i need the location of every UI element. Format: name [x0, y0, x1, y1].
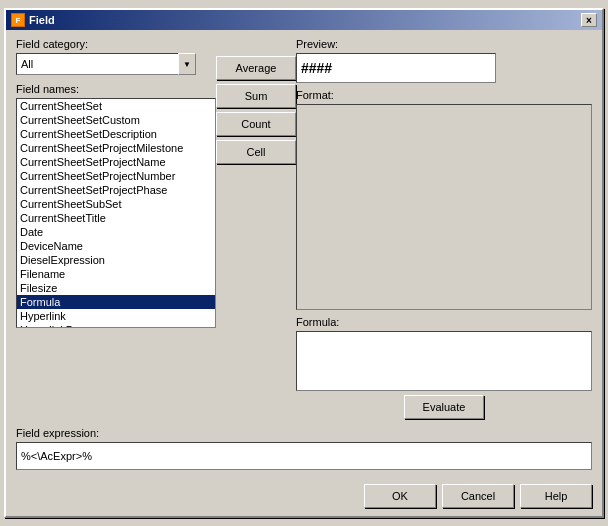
format-label: Format: [296, 89, 592, 101]
help-button[interactable]: Help [520, 484, 592, 508]
preview-value: #### [301, 60, 332, 76]
list-item[interactable]: Date [17, 225, 215, 239]
list-item[interactable]: CurrentSheetSetCustom [17, 113, 215, 127]
preview-label: Preview: [296, 38, 592, 50]
list-item[interactable]: Hyperlink [17, 309, 215, 323]
field-expression-section: Field expression: %<\AcExpr>% [16, 427, 592, 470]
formula-textarea[interactable] [296, 331, 592, 391]
list-item[interactable]: CurrentSheetSetProjectPhase [17, 183, 215, 197]
field-category-dropdown-container: All ▼ [16, 53, 196, 75]
title-bar: F Field × [6, 10, 602, 30]
list-item[interactable]: CurrentSheetSetProjectName [17, 155, 215, 169]
list-item[interactable]: Filesize [17, 281, 215, 295]
count-button[interactable]: Count [216, 112, 296, 136]
field-names-label: Field names: [16, 83, 216, 95]
field-category-label: Field category: [16, 38, 216, 50]
average-button[interactable]: Average [216, 56, 296, 80]
window-title: Field [29, 14, 55, 26]
list-item[interactable]: DeviceName [17, 239, 215, 253]
list-item[interactable]: HyperlinkBase [17, 323, 215, 328]
preview-box: #### [296, 53, 496, 83]
list-item[interactable]: DieselExpression [17, 253, 215, 267]
close-button[interactable]: × [581, 13, 597, 27]
bottom-buttons: OK Cancel Help [6, 478, 602, 516]
list-item[interactable]: CurrentSheetSet [17, 99, 215, 113]
list-item[interactable]: CurrentSheetSetProjectNumber [17, 169, 215, 183]
title-bar-left: F Field [11, 13, 55, 27]
sum-button[interactable]: Sum [216, 84, 296, 108]
list-item[interactable]: CurrentSheetTitle [17, 211, 215, 225]
dropdown-arrow-icon[interactable]: ▼ [178, 53, 196, 75]
formula-label: Formula: [296, 316, 592, 328]
expression-value: %<\AcExpr>% [21, 450, 92, 462]
function-buttons-panel: Average Sum Count Cell [216, 38, 296, 423]
field-names-listbox[interactable]: CurrentSheetSetCurrentSheetSetCustomCurr… [16, 98, 216, 328]
field-dialog: F Field × Field category: All ▼ Field na… [4, 8, 604, 518]
field-expression-label: Field expression: [16, 427, 592, 439]
listbox-container: CurrentSheetSetCurrentSheetSetCustomCurr… [16, 98, 216, 423]
list-item[interactable]: CurrentSheetSubSet [17, 197, 215, 211]
ok-button[interactable]: OK [364, 484, 436, 508]
field-category-dropdown[interactable]: All [16, 53, 196, 75]
format-box[interactable] [296, 104, 592, 310]
cell-button[interactable]: Cell [216, 140, 296, 164]
main-area: Field category: All ▼ Field names: Curre… [16, 38, 592, 423]
left-panel: Field category: All ▼ Field names: Curre… [16, 38, 216, 423]
cancel-button[interactable]: Cancel [442, 484, 514, 508]
list-item[interactable]: Formula [17, 295, 215, 309]
expression-box: %<\AcExpr>% [16, 442, 592, 470]
list-item[interactable]: CurrentSheetSetProjectMilestone [17, 141, 215, 155]
right-panel: Preview: #### Format: Formula: Evaluate [296, 38, 592, 423]
dialog-content: Field category: All ▼ Field names: Curre… [6, 30, 602, 478]
title-icon: F [11, 13, 25, 27]
evaluate-button[interactable]: Evaluate [404, 395, 484, 419]
formula-section: Formula: Evaluate [296, 316, 592, 419]
list-item[interactable]: CurrentSheetSetDescription [17, 127, 215, 141]
list-item[interactable]: Filename [17, 267, 215, 281]
format-section: Format: [296, 89, 592, 310]
preview-section: Preview: #### [296, 38, 592, 83]
